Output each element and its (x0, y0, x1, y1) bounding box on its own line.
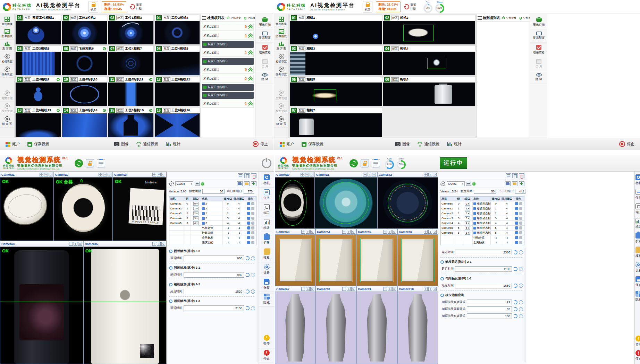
rail-item-save2[interactable]: 保存 (635, 275, 640, 289)
rail-item-ext[interactable]: 扩展 (259, 232, 274, 247)
delete-icon[interactable] (519, 222, 522, 225)
pause-button[interactable]: 暂停 (259, 333, 274, 348)
port-select[interactable]: 3 (465, 216, 470, 220)
lock-screen-button[interactable]: 锁屏 (89, 1, 98, 12)
refresh-icon[interactable] (513, 314, 517, 318)
grid-icon[interactable] (99, 173, 102, 176)
sidebar-item[interactable]: 任务设置 (274, 65, 288, 78)
rail-item-result[interactable]: 结果查看 (530, 43, 547, 57)
snapshot-icon[interactable] (306, 230, 310, 234)
table-row[interactable]: 熄灭功能-1-1 (169, 240, 256, 245)
camera-tile[interactable]: Camera8 (315, 286, 356, 364)
camera-item[interactable]: 前置工位相机1 (202, 84, 254, 91)
grid-icon[interactable] (40, 173, 43, 176)
swap-icon[interactable] (195, 182, 200, 186)
camera-tile[interactable]: Camera4 (315, 229, 356, 286)
delete-icon[interactable] (251, 207, 254, 210)
rail-item-tpl[interactable]: 模板 (635, 245, 640, 260)
add-icon[interactable] (251, 181, 256, 186)
grid-icon[interactable] (383, 287, 387, 291)
port-select[interactable]: 3 (193, 216, 199, 220)
field-input[interactable]: 980 (184, 272, 244, 278)
sidebar-item[interactable]: 任务设置 (0, 65, 14, 78)
trash-icon[interactable] (519, 173, 524, 178)
grid-icon[interactable] (424, 173, 428, 176)
rail-item-hide[interactable]: 隐 藏 (530, 71, 547, 84)
power-button[interactable] (262, 158, 271, 168)
table-row[interactable]: 全局触发-1-1 (169, 235, 256, 240)
algorithm-item[interactable]: 相机01算法0 (202, 23, 254, 31)
table-row[interactable]: 计数分组-1-1 (169, 231, 256, 235)
rail-item-cam2[interactable]: 相机 (635, 173, 640, 187)
grid-icon[interactable] (301, 173, 304, 176)
stop-button[interactable]: 停止 (259, 348, 274, 363)
refresh-icon[interactable] (513, 300, 517, 304)
snapshot-icon[interactable] (428, 230, 432, 234)
camera-tile[interactable]: Camera7 (275, 286, 315, 364)
refresh-icon[interactable] (245, 256, 250, 260)
monitor-add-icon[interactable] (238, 173, 243, 178)
table-row[interactable]: Camera444相机动态触发44 (441, 221, 524, 226)
field-input[interactable]: 2380 (455, 250, 512, 255)
info-icon[interactable] (251, 306, 255, 310)
algorithm-item[interactable]: 相机06算法1 (202, 100, 254, 108)
delete-icon[interactable] (519, 202, 522, 205)
camera-tile[interactable]: Camera1OK (0, 172, 54, 241)
lock-screen-button[interactable]: 锁屏 (363, 1, 372, 12)
collapse-chevron-icon[interactable] (248, 68, 252, 72)
table-row[interactable]: Camera111相机动态触发14 (441, 206, 524, 211)
camera-tile[interactable]: 01配置相机1 (289, 15, 382, 45)
toolbar-win-button[interactable]: 账户 (4, 141, 21, 147)
refresh-icon[interactable] (108, 173, 111, 176)
field-input[interactable]: 1190 (455, 266, 512, 272)
rail-item-cam2[interactable]: 相机 (259, 173, 274, 188)
snapshot-icon[interactable] (428, 287, 432, 291)
sidebar-item[interactable]: 相机设置 (0, 52, 14, 65)
delete-icon[interactable] (251, 236, 254, 239)
sidebar-item[interactable]: 全部图像 (0, 15, 14, 27)
toolbar-bars-button[interactable]: 统计 (446, 141, 463, 147)
toolbar-win-button[interactable]: 账户 (278, 141, 295, 147)
snapshot-icon[interactable] (103, 173, 107, 176)
camera-tile[interactable]: Camera3OK (0, 241, 83, 364)
delete-icon[interactable] (519, 212, 522, 215)
camera-tile[interactable]: 03配置相机3 (289, 45, 382, 76)
collapse-all-button[interactable]: 全部折叠 (226, 16, 241, 20)
rail-item-display[interactable]: 显示配置 (255, 29, 274, 43)
toolbar-antenna-button[interactable]: 通信设置 (416, 141, 441, 147)
port-select[interactable]: 4 (193, 221, 199, 225)
monitor-add-icon[interactable] (506, 173, 511, 178)
configure-button[interactable]: 配置 (116, 77, 124, 82)
port-select[interactable]: 0 (465, 202, 470, 206)
sidebar-item[interactable]: 模型管理 (0, 102, 14, 114)
configure-button[interactable]: 配置 (24, 108, 31, 113)
algorithm-item[interactable]: 相机02算法1 (202, 32, 254, 40)
stop-button[interactable]: 停止 (618, 141, 636, 147)
refresh-icon[interactable] (310, 173, 313, 176)
configure-button[interactable]: 配置 (70, 77, 78, 82)
port-select[interactable]: 6 (465, 231, 470, 235)
refresh-icon[interactable] (245, 273, 250, 277)
info-icon[interactable] (251, 273, 255, 277)
rail-item-ext[interactable]: 扩展 (635, 231, 640, 245)
field-input[interactable]: 22 (467, 300, 512, 305)
rail-item-task[interactable]: 任务 (635, 187, 640, 202)
port-select[interactable]: 2 (193, 211, 199, 215)
table-row[interactable]: Camera211214 (169, 206, 256, 211)
edit-icon[interactable] (515, 231, 518, 234)
snapshot-icon[interactable] (428, 173, 432, 176)
snapshot-icon[interactable] (157, 173, 161, 176)
rail-item-store[interactable]: 图像存储 (530, 15, 547, 29)
grid-icon[interactable] (424, 287, 428, 291)
trash-icon[interactable] (251, 173, 256, 178)
info-icon[interactable] (519, 250, 523, 254)
lock-icon[interactable] (361, 159, 369, 167)
rail-item-port[interactable]: 端口 (635, 202, 640, 216)
stop-button[interactable]: 停止 (635, 348, 640, 363)
rail-item-sim[interactable]: 仿 真 (255, 57, 274, 71)
configure-button[interactable]: 配置 (116, 108, 124, 113)
camera-tile[interactable]: 10配置工位4相机10 (62, 76, 108, 106)
table-row[interactable]: 计数分组-1-1 (441, 235, 524, 240)
camera-tile[interactable]: 12配置工位6相机12 (154, 76, 200, 106)
port-select[interactable]: 4 (465, 221, 470, 225)
